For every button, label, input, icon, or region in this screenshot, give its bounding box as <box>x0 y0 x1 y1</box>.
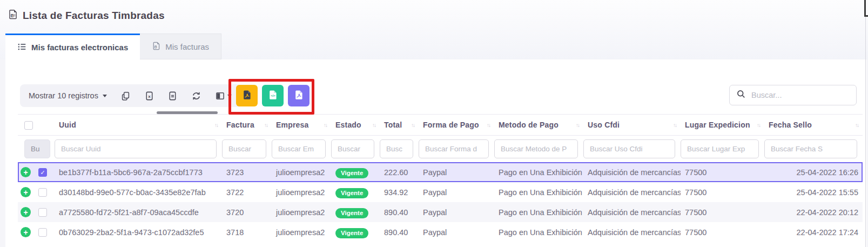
filter-uuid-input[interactable] <box>55 139 217 158</box>
expand-row-button[interactable]: + <box>21 187 31 197</box>
show-entries-label: Mostrar 10 registros <box>29 91 98 100</box>
filter-metodo-input[interactable] <box>494 139 578 158</box>
status-badge: Vigente <box>335 188 368 198</box>
cell-estado: Vigente <box>331 162 380 182</box>
cell-uso-cfdi: Adquisición de mercancías <box>583 182 681 202</box>
sort-icon[interactable]: ↑↓ <box>855 122 858 128</box>
cell-forma-de-pago: Paypal <box>419 162 494 182</box>
expand-row-button[interactable]: + <box>21 207 31 217</box>
column-header-estado[interactable]: Estado↑↓ <box>331 115 380 136</box>
sort-icon[interactable]: ↑↓ <box>411 122 414 128</box>
refresh-button[interactable] <box>191 91 201 101</box>
file-pdf-icon <box>294 90 304 102</box>
column-visibility-button[interactable] <box>215 91 232 101</box>
invoice-icon: $ <box>152 42 160 52</box>
row-checkbox[interactable] <box>38 208 47 217</box>
invoices-table: Uuid↑↓Factura↑↓Empresa↑↓Estado↑↓Total↑↓F… <box>18 114 863 242</box>
copy-button[interactable] <box>120 91 131 101</box>
filter-uso-input[interactable] <box>583 139 675 158</box>
filter-total-input[interactable] <box>380 139 413 158</box>
export-excel-button[interactable]: x <box>144 91 154 101</box>
cell-total: 222.60 <box>380 162 419 182</box>
cell-factura: 3720 <box>222 202 272 222</box>
sort-icon[interactable]: ↑↓ <box>372 122 375 128</box>
svg-text:x: x <box>148 94 151 98</box>
cell-lugar-expedicion: 77500 <box>681 182 764 202</box>
sort-icon[interactable]: ↑↓ <box>757 122 760 128</box>
status-badge: Vigente <box>335 228 368 238</box>
cell-fecha-sello: 25-04-2022 15:55 <box>764 182 863 202</box>
invoice-dollar-icon: $ <box>8 9 18 22</box>
search-input[interactable] <box>751 91 852 99</box>
cell-empresa: julioempresa2 <box>272 222 331 242</box>
svg-text:</>: </> <box>271 94 275 97</box>
cell-metodo-de-pago: Pago en Una Exhibición <box>494 162 583 182</box>
column-header-uso[interactable]: Uso Cfdi↑↓ <box>583 115 681 136</box>
table-row[interactable]: +0b763029-2ba2-5f1a-9473-c1072ad32fe5371… <box>18 222 863 242</box>
tab-mis-facturas-electronicas[interactable]: Mis facturas electronicas <box>5 34 140 59</box>
column-header-uuid[interactable]: Uuid↑↓ <box>55 115 222 136</box>
cell-fecha-sello: 25-04-2022 16:26 <box>764 162 863 182</box>
show-entries-dropdown[interactable]: Mostrar 10 registros <box>29 91 107 100</box>
filter-empresa-input[interactable] <box>272 139 326 158</box>
window-edge <box>865 17 866 247</box>
cell-uuid: a7725580-fd72-5f21-a8f7-09aca45ccdfe <box>55 202 222 222</box>
column-header-empresa[interactable]: Empresa↑↓ <box>272 115 331 136</box>
cell-empresa: julioempresa2 <box>272 162 331 182</box>
sort-icon[interactable]: ↑↓ <box>576 122 579 128</box>
cell-total: 890.40 <box>380 222 419 242</box>
cell-total: 890.40 <box>380 202 419 222</box>
cell-uso-cfdi: Adquisición de mercancías <box>583 222 681 242</box>
status-badge: Vigente <box>335 168 368 178</box>
row-checkbox[interactable] <box>38 188 47 197</box>
sort-icon[interactable]: ↑↓ <box>487 122 490 128</box>
cell-factura: 3718 <box>222 222 272 242</box>
tab-mis-facturas[interactable]: $ Mis facturas <box>140 34 221 59</box>
sort-icon[interactable]: ↑↓ <box>673 122 676 128</box>
file-pdf-icon <box>242 90 252 102</box>
row-checkbox[interactable] <box>38 228 47 237</box>
column-header-total[interactable]: Total↑↓ <box>380 115 419 136</box>
cell-factura: 3723 <box>222 162 272 182</box>
column-header-fecha[interactable]: Fecha Sello↑↓ <box>764 115 863 136</box>
row-checkbox[interactable]: ✓ <box>38 168 47 177</box>
column-header-factura[interactable]: Factura↑↓ <box>222 115 272 136</box>
cell-forma-de-pago: Paypal <box>419 182 494 202</box>
filter-factura-input[interactable] <box>222 139 266 158</box>
table-row[interactable]: +a7725580-fd72-5f21-a8f7-09aca45ccdfe372… <box>18 202 863 222</box>
sort-icon[interactable]: ↑↓ <box>214 122 218 128</box>
column-header-forma[interactable]: Forma de Pago↑↓ <box>419 115 494 136</box>
cell-forma-de-pago: Paypal <box>419 222 494 242</box>
cell-uuid: d30148bd-99e0-577c-b0ac-3435e82e7fab <box>55 182 222 202</box>
column-header-metodo[interactable]: Metodo de Pago↑↓ <box>494 115 583 136</box>
chevron-down-icon <box>103 95 107 97</box>
filter-forma-input[interactable] <box>419 139 489 158</box>
filter-lugar-input[interactable] <box>681 139 759 158</box>
tab-bar: Mis facturas electronicas $ Mis facturas <box>5 34 221 59</box>
expand-row-button[interactable]: + <box>21 227 31 237</box>
cell-total: 934.92 <box>380 182 419 202</box>
download-pdf-yellow-button[interactable] <box>236 85 258 106</box>
export-document-button[interactable] <box>167 91 178 101</box>
table-row[interactable]: +✓be1b377f-b11a-5bc6-967a-2a75ccbf177337… <box>18 162 863 182</box>
invoices-table-wrap: Uuid↑↓Factura↑↓Empresa↑↓Estado↑↓Total↑↓F… <box>18 114 863 242</box>
download-xml-green-button[interactable]: </> <box>262 85 284 106</box>
download-pdf-purple-button[interactable] <box>288 85 309 106</box>
sort-icon[interactable]: ↑↓ <box>264 122 267 128</box>
table-row[interactable]: +d30148bd-99e0-577c-b0ac-3435e82e7fab372… <box>18 182 863 202</box>
cell-uuid: 0b763029-2ba2-5f1a-9473-c1072ad32fe5 <box>55 222 222 242</box>
status-badge: Vigente <box>335 208 368 218</box>
cell-fecha-sello: 22-04-2022 17:24 <box>764 222 863 242</box>
datatable-toolbar: Mostrar 10 registros x <box>20 84 241 107</box>
cell-fecha-sello: 22-04-2022 20:12 <box>764 202 863 222</box>
cell-lugar-expedicion: 77500 <box>681 222 764 242</box>
filter-estado-input[interactable] <box>331 139 374 158</box>
sort-icon[interactable]: ↑↓ <box>324 122 327 128</box>
filter-select-input <box>24 139 50 158</box>
select-all-checkbox[interactable] <box>24 121 33 130</box>
column-header-lugar[interactable]: Lugar Expedicion↑↓ <box>681 115 764 136</box>
filter-fecha-input[interactable] <box>764 139 857 158</box>
expand-row-button[interactable]: + <box>21 167 31 177</box>
tab-label: Mis facturas <box>165 42 209 51</box>
cropped-overlay-corner <box>864 0 868 17</box>
